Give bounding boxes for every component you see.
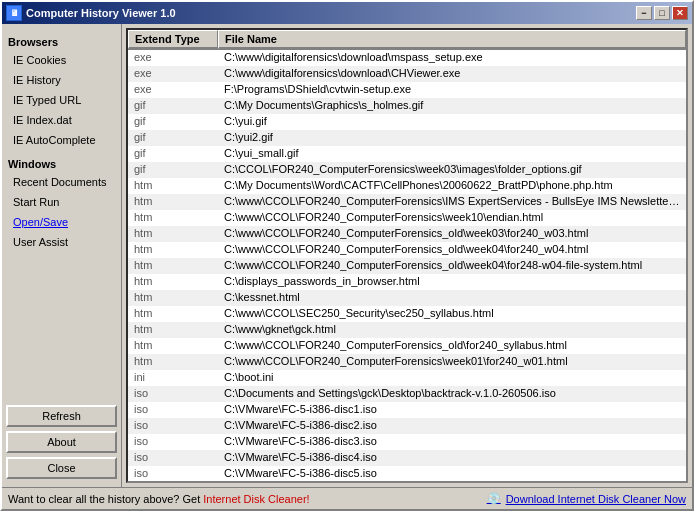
table-row[interactable]: exeC:\www\digitalforensics\download\mspa… bbox=[128, 50, 686, 66]
cell-file-name: C:\VMware\FC-5-i386-disc1.iso bbox=[218, 402, 686, 418]
cell-file-name: C:\yui2.gif bbox=[218, 130, 686, 146]
cell-extend-type: htm bbox=[128, 306, 218, 322]
cell-file-name: C:\www\CCOL\FOR240_ComputerForensics_old… bbox=[218, 258, 686, 274]
title-bar-left: 🖥 Computer History Viewer 1.0 bbox=[6, 5, 176, 21]
cell-extend-type: iso bbox=[128, 386, 218, 402]
cell-file-name: C:\www\CCOL\FOR240_ComputerForensics\wee… bbox=[218, 354, 686, 370]
table-row[interactable]: gifC:\yui2.gif bbox=[128, 130, 686, 146]
table-row[interactable]: htmC:\My Documents\Word\CACTF\CellPhones… bbox=[128, 178, 686, 194]
cell-extend-type: iso bbox=[128, 434, 218, 450]
table-row[interactable]: isoC:\VMware\FC-5-i386-disc2.iso bbox=[128, 418, 686, 434]
sidebar-item-open-save[interactable]: Open/Save bbox=[6, 212, 117, 232]
title-bar: 🖥 Computer History Viewer 1.0 − □ ✕ bbox=[2, 2, 692, 24]
status-left: Want to clear all the history above? Get… bbox=[8, 493, 310, 505]
table-container: Extend Type File Name exeC:\www\digitalf… bbox=[126, 28, 688, 483]
cell-extend-type: iso bbox=[128, 402, 218, 418]
table-row[interactable]: gifC:\CCOL\FOR240_ComputerForensics\week… bbox=[128, 162, 686, 178]
refresh-button[interactable]: Refresh bbox=[6, 405, 117, 427]
sidebar-item-ie-typed-url[interactable]: IE Typed URL bbox=[6, 90, 117, 110]
status-left-text: Want to clear all the history above? Get… bbox=[8, 493, 310, 505]
disk-cleaner-link-left[interactable]: Internet Disk Cleaner! bbox=[203, 493, 309, 505]
table-row[interactable]: gifC:\My Documents\Graphics\s_holmes.gif bbox=[128, 98, 686, 114]
title-bar-buttons: − □ ✕ bbox=[636, 6, 688, 20]
minimize-button[interactable]: − bbox=[636, 6, 652, 20]
table-row[interactable]: htmC:\displays_passwords_in_browser.html bbox=[128, 274, 686, 290]
table-row[interactable]: iniC:\boot.ini bbox=[128, 370, 686, 386]
sidebar-item-start-run[interactable]: Start Run bbox=[6, 192, 117, 212]
cell-extend-type: htm bbox=[128, 354, 218, 370]
cell-file-name: F:\Programs\DShield\cvtwin-setup.exe bbox=[218, 82, 686, 98]
table-row[interactable]: isoC:\VMware\FC-5-i386-disc4.iso bbox=[128, 450, 686, 466]
cell-extend-type: htm bbox=[128, 290, 218, 306]
cell-file-name: C:\yui_small.gif bbox=[218, 146, 686, 162]
cell-extend-type: htm bbox=[128, 322, 218, 338]
sidebar-item-ie-history[interactable]: IE History bbox=[6, 70, 117, 90]
main-area: Extend Type File Name exeC:\www\digitalf… bbox=[122, 24, 692, 487]
table-row[interactable]: htmC:\www\gknet\gck.html bbox=[128, 322, 686, 338]
table-row[interactable]: htmC:\www\CCOL\FOR240_ComputerForensics\… bbox=[128, 194, 686, 210]
cell-file-name: C:\VMware\FC-5-i386-disc4.iso bbox=[218, 450, 686, 466]
table-row[interactable]: gifC:\yui_small.gif bbox=[128, 146, 686, 162]
table-row[interactable]: htmC:\www\CCOL\FOR240_ComputerForensics_… bbox=[128, 226, 686, 242]
table-row[interactable]: htmC:\kessnet.html bbox=[128, 290, 686, 306]
sidebar-item-user-assist[interactable]: User Assist bbox=[6, 232, 117, 252]
cell-file-name: C:\www\CCOL\FOR240_ComputerForensics_old… bbox=[218, 226, 686, 242]
disk-cleaner-link-right[interactable]: Download Internet Disk Cleaner Now bbox=[506, 493, 686, 505]
table-row[interactable]: exeF:\Programs\DShield\cvtwin-setup.exe bbox=[128, 82, 686, 98]
sidebar-item-ie-cookies[interactable]: IE Cookies bbox=[6, 50, 117, 70]
table-row[interactable]: htmC:\www\CCOL\FOR240_ComputerForensics\… bbox=[128, 210, 686, 226]
cell-extend-type: exe bbox=[128, 82, 218, 98]
cell-file-name: C:\kessnet.html bbox=[218, 290, 686, 306]
about-button[interactable]: About bbox=[6, 431, 117, 453]
status-clear-text: Want to clear all the history above? Get bbox=[8, 493, 203, 505]
cell-extend-type: gif bbox=[128, 114, 218, 130]
sidebar: Browsers IE Cookies IE History IE Typed … bbox=[2, 24, 122, 487]
cell-file-name: C:\www\digitalforensics\download\mspass_… bbox=[218, 50, 686, 66]
table-row[interactable]: exeC:\www\digitalforensics\download\CHVi… bbox=[128, 66, 686, 82]
close-button[interactable]: Close bbox=[6, 457, 117, 479]
sidebar-item-recent-documents[interactable]: Recent Documents bbox=[6, 172, 117, 192]
table-body[interactable]: exeC:\www\digitalforensics\download\mspa… bbox=[128, 50, 686, 481]
cell-file-name: C:\yui.gif bbox=[218, 114, 686, 130]
table-row[interactable]: htmC:\www\CCOL\FOR240_ComputerForensics_… bbox=[128, 258, 686, 274]
windows-section-header: Windows bbox=[6, 154, 117, 172]
cell-extend-type: gif bbox=[128, 162, 218, 178]
cell-file-name: C:\displays_passwords_in_browser.html bbox=[218, 274, 686, 290]
table-row[interactable]: gifC:\yui.gif bbox=[128, 114, 686, 130]
table-row[interactable]: isoC:\VMware\FC-5-i386-disc5.iso bbox=[128, 466, 686, 481]
table-row[interactable]: isoC:\VMware\FC-5-i386-disc3.iso bbox=[128, 434, 686, 450]
window-close-button[interactable]: ✕ bbox=[672, 6, 688, 20]
cell-file-name: C:\www\gknet\gck.html bbox=[218, 322, 686, 338]
cell-extend-type: gif bbox=[128, 146, 218, 162]
table-row[interactable]: htmC:\www\CCOL\FOR240_ComputerForensics_… bbox=[128, 338, 686, 354]
cell-file-name: C:\VMware\FC-5-i386-disc2.iso bbox=[218, 418, 686, 434]
table-row[interactable]: htmC:\www\CCOL\SEC250_Security\sec250_sy… bbox=[128, 306, 686, 322]
cell-file-name: C:\www\CCOL\FOR240_ComputerForensics_old… bbox=[218, 338, 686, 354]
cell-extend-type: gif bbox=[128, 98, 218, 114]
table-row[interactable]: htmC:\www\CCOL\FOR240_ComputerForensics_… bbox=[128, 242, 686, 258]
cell-extend-type: htm bbox=[128, 178, 218, 194]
cell-extend-type: iso bbox=[128, 450, 218, 466]
table-header: Extend Type File Name bbox=[128, 30, 686, 50]
cell-file-name: C:\www\CCOL\SEC250_Security\sec250_sylla… bbox=[218, 306, 686, 322]
cell-file-name: C:\VMware\FC-5-i386-disc3.iso bbox=[218, 434, 686, 450]
disk-cleaner-icon: 💿 bbox=[486, 491, 502, 507]
sidebar-item-ie-autocomplete[interactable]: IE AutoComplete bbox=[6, 130, 117, 150]
status-right[interactable]: 💿 Download Internet Disk Cleaner Now bbox=[486, 491, 686, 507]
table-row[interactable]: htmC:\www\CCOL\FOR240_ComputerForensics\… bbox=[128, 354, 686, 370]
cell-file-name: C:\CCOL\FOR240_ComputerForensics\week03\… bbox=[218, 162, 686, 178]
app-icon: 🖥 bbox=[6, 5, 22, 21]
cell-file-name: C:\www\digitalforensics\download\CHViewe… bbox=[218, 66, 686, 82]
col-extend-type-header[interactable]: Extend Type bbox=[128, 30, 218, 49]
cell-extend-type: iso bbox=[128, 466, 218, 481]
status-bar: Want to clear all the history above? Get… bbox=[2, 487, 692, 509]
cell-extend-type: ini bbox=[128, 370, 218, 386]
cell-extend-type: htm bbox=[128, 194, 218, 210]
maximize-button[interactable]: □ bbox=[654, 6, 670, 20]
sidebar-item-ie-index-dat[interactable]: IE Index.dat bbox=[6, 110, 117, 130]
cell-extend-type: exe bbox=[128, 66, 218, 82]
table-row[interactable]: isoC:\Documents and Settings\gck\Desktop… bbox=[128, 386, 686, 402]
sidebar-buttons: Refresh About Close bbox=[6, 401, 117, 483]
col-file-name-header[interactable]: File Name bbox=[218, 30, 686, 49]
table-row[interactable]: isoC:\VMware\FC-5-i386-disc1.iso bbox=[128, 402, 686, 418]
